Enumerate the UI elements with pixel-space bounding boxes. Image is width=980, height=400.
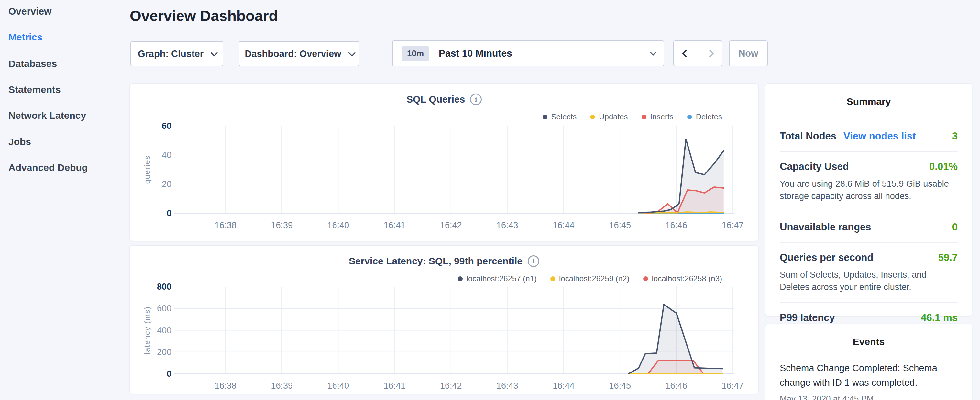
svg-text:16:45: 16:45 [609, 381, 631, 390]
svg-text:queries: queries [143, 155, 151, 184]
toolbar-divider [375, 41, 376, 66]
view-nodes-list-link[interactable]: View nodes list [843, 131, 916, 142]
svg-text:0: 0 [167, 209, 172, 218]
svg-text:16:47: 16:47 [722, 381, 744, 390]
graph-scope-dropdown[interactable]: Graph: Cluster [130, 41, 223, 66]
chevron-down-icon [348, 49, 356, 57]
svg-text:16:46: 16:46 [665, 381, 687, 390]
svg-text:20: 20 [162, 179, 172, 189]
sidebar: Overview Metrics Databases Statements Ne… [0, 0, 129, 400]
sql-queries-chart: 020406016:3816:3916:4016:4116:4216:4316:… [130, 84, 759, 243]
step-back-button[interactable] [674, 41, 698, 66]
summary-heading: Summary [765, 84, 972, 107]
event-timestamp: May 13, 2020 at 4:45 PM [780, 394, 958, 400]
summary-label: Queries per second [780, 252, 873, 263]
summary-row-total-nodes: Total Nodes View nodes list 3 [780, 121, 958, 151]
summary-label: Total Nodes [780, 131, 836, 142]
svg-text:16:40: 16:40 [328, 381, 349, 390]
summary-desc: Sum of Selects, Updates, Inserts, and De… [780, 269, 958, 293]
chevron-right-icon [706, 49, 714, 57]
svg-text:16:42: 16:42 [440, 381, 462, 390]
svg-text:latency (ms): latency (ms) [143, 306, 151, 354]
dashboard-dropdown[interactable]: Dashboard: Overview [239, 41, 360, 66]
sidebar-item-databases[interactable]: Databases [8, 58, 57, 69]
events-panel: Events Schema Change Completed: Schema c… [765, 324, 972, 400]
summary-value: 46.1 ms [921, 312, 958, 324]
events-body: Schema Change Completed: Schema change w… [765, 361, 972, 400]
graph-scope-label: Graph: Cluster [138, 49, 204, 59]
svg-text:16:40: 16:40 [328, 220, 349, 230]
now-button[interactable]: Now [729, 40, 768, 66]
svg-text:16:41: 16:41 [384, 220, 406, 230]
chevron-down-icon [211, 49, 218, 57]
summary-label: Unavailable ranges [780, 222, 871, 233]
sidebar-item-jobs[interactable]: Jobs [8, 136, 31, 147]
svg-text:16:43: 16:43 [496, 220, 518, 230]
svg-text:16:38: 16:38 [215, 381, 237, 390]
summary-row-capacity-used: Capacity Used 0.01% You are using 28.6 M… [780, 151, 958, 212]
svg-text:16:46: 16:46 [665, 220, 687, 230]
svg-text:200: 200 [157, 347, 172, 357]
sidebar-item-advanced-debug[interactable]: Advanced Debug [8, 162, 88, 173]
chevron-down-icon [650, 49, 657, 56]
svg-text:16:41: 16:41 [384, 381, 406, 390]
time-step-buttons [673, 40, 722, 66]
svg-text:16:38: 16:38 [215, 220, 237, 230]
sidebar-item-metrics[interactable]: Metrics [8, 32, 42, 43]
summary-value: 0 [952, 222, 958, 233]
summary-body: Total Nodes View nodes list 3 Capacity U… [765, 121, 972, 333]
sql-queries-card: SQL Queries i Selects Updates Inserts De… [129, 83, 759, 241]
events-heading: Events [765, 324, 972, 347]
svg-text:400: 400 [157, 325, 172, 335]
step-forward-button[interactable] [698, 41, 722, 66]
svg-text:60: 60 [162, 121, 172, 131]
time-range-label: Past 10 Minutes [439, 48, 512, 59]
summary-value: 3 [952, 131, 958, 142]
summary-row-unavailable-ranges: Unavailable ranges 0 [780, 212, 958, 242]
svg-text:0: 0 [167, 369, 172, 379]
svg-text:16:39: 16:39 [271, 220, 293, 230]
summary-label: P99 latency [780, 312, 835, 324]
dashboard-label: Dashboard: Overview [245, 49, 341, 59]
chevron-left-icon [682, 49, 690, 57]
time-range-selector[interactable]: 10m Past 10 Minutes [392, 40, 664, 66]
service-latency-card: Service Latency: SQL, 99th percentile i … [129, 245, 759, 394]
service-latency-chart: 020040060080016:3816:3916:4016:4116:4216… [130, 245, 759, 395]
summary-desc: You are using 28.6 MiB of 515.9 GiB usab… [780, 178, 958, 202]
svg-text:16:43: 16:43 [496, 381, 518, 390]
summary-label: Capacity Used [780, 161, 849, 172]
svg-text:16:45: 16:45 [609, 220, 631, 230]
time-range-badge: 10m [402, 46, 429, 61]
svg-text:16:47: 16:47 [722, 220, 744, 230]
summary-value: 59.7 [938, 252, 958, 263]
sidebar-item-statements[interactable]: Statements [8, 84, 61, 95]
event-item[interactable]: Schema Change Completed: Schema change w… [780, 361, 958, 400]
svg-text:16:44: 16:44 [553, 220, 574, 230]
svg-text:800: 800 [157, 282, 172, 292]
svg-text:16:39: 16:39 [271, 381, 293, 390]
summary-panel: Summary Total Nodes View nodes list 3 Ca… [765, 83, 972, 316]
svg-text:16:42: 16:42 [440, 220, 462, 230]
summary-row-qps: Queries per second 59.7 Sum of Selects, … [780, 242, 958, 303]
summary-value: 0.01% [929, 161, 958, 172]
svg-text:16:44: 16:44 [553, 381, 574, 390]
sidebar-item-overview[interactable]: Overview [8, 6, 51, 17]
svg-text:600: 600 [157, 304, 172, 313]
page-title: Overview Dashboard [130, 7, 278, 25]
event-text: Schema Change Completed: Schema change w… [780, 361, 958, 390]
sidebar-item-network-latency[interactable]: Network Latency [8, 110, 86, 121]
metrics-page: Overview Metrics Databases Statements Ne… [0, 0, 980, 400]
svg-text:40: 40 [162, 150, 172, 160]
